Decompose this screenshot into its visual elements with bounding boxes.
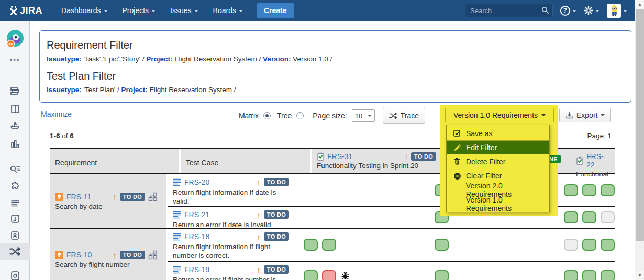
range-from: 1-6 [50,132,60,140]
priority-high-icon: ↑ [257,211,261,219]
scroll-down-arrow-icon[interactable]: ▼ [635,271,644,280]
requirement-cell: FRS-10↑TO DOSearch by flight number [50,229,168,280]
sidebar-item-traceability-icon[interactable] [0,243,30,260]
menu-item-label: Delete Filter [466,158,505,166]
plan-header-line: FRS-22 [576,152,615,169]
page-size-select[interactable]: 10 [352,109,375,122]
nav-item-issues[interactable]: Issues [163,0,205,21]
requirement-key-link[interactable]: FRS-10 [66,251,92,259]
summary-icon [10,198,20,208]
test-plan-key-link[interactable]: FRS-31 [327,152,352,161]
matrix-cell [558,229,615,261]
coverage-square-gray[interactable] [564,239,578,251]
hierarchy-icon[interactable] [148,192,158,201]
requirement-key-link[interactable]: FRS-11 [66,193,91,201]
nav-item-dashboards[interactable]: Dashboards [54,0,115,21]
coverage-square-green[interactable] [601,184,615,196]
coverage-square-green[interactable] [564,184,578,196]
sidebar-item-releases-icon[interactable] [0,117,30,134]
backlog-icon [9,86,20,97]
plan-header-line: FRS-31↑TO DO [317,152,442,161]
sidebar-more-button[interactable]: ••• [0,55,30,63]
scrollbar-thumb[interactable] [636,9,644,241]
coverage-square-green[interactable] [582,184,596,196]
menu-item-version-1-0-requirements[interactable]: Version 1.0 Requirements [447,197,549,211]
sidebar-item-reports-icon[interactable] [0,135,30,152]
sidebar-item-summary-icon[interactable] [0,195,30,211]
coverage-square-green[interactable] [564,211,578,223]
tree-radio[interactable] [296,112,304,119]
coverage-square-green[interactable] [582,270,596,280]
jira-logo[interactable]: JIRA [9,5,42,16]
coverage-square-gray[interactable] [601,211,615,223]
test-plan-key-link[interactable]: FRS-22 [586,152,608,169]
sidebar-item-contacts-icon[interactable] [0,227,30,244]
menu-item-clear-filter[interactable]: Clear Filter [447,169,549,183]
filter-dropdown-button[interactable]: Version 1.0 Requirements [445,108,554,122]
test-case-cell: FRS-19↑TO DOReturn an error if flight nu… [168,262,298,280]
test-case-key-link[interactable]: FRS-20 [184,178,209,186]
priority-high-icon: ↑ [257,233,261,241]
filter-criterion-label: Version: [263,55,291,63]
test-case-icon [173,178,181,186]
test-case-summary: Return an error if flight number is [173,275,293,280]
search-box [465,4,553,17]
coverage-square-green[interactable] [304,270,318,280]
coverage-square-green[interactable] [564,270,578,280]
requirement-type-icon [55,251,63,259]
testplan-icon [576,156,584,165]
test-case-key-link[interactable]: FRS-18 [184,232,209,241]
menu-item-edit-filter[interactable]: Edit Filter [447,140,549,154]
coverage-square-green[interactable] [582,211,596,223]
coverage-square-green[interactable] [322,239,336,251]
range-of: of [60,132,70,140]
matrix-label: Matrix [239,111,259,120]
vertical-scrollbar[interactable]: ▲ ▼ [635,0,644,280]
sidebar-item-bottom-partial-icon[interactable] [0,267,30,280]
page-size-label: Page size: [313,111,347,120]
coverage-square-green[interactable] [304,239,318,251]
admin-gear-button[interactable] [584,6,599,15]
project-avatar[interactable]: <> [6,29,25,49]
board-icon [10,104,20,114]
test-case-line: FRS-18↑TO DO [173,232,293,241]
trace-button[interactable]: Trace [383,108,425,124]
filter-title: Requirement Filter [47,39,624,51]
maximize-link[interactable]: Maximize [41,110,72,118]
nav-item-boards[interactable]: Boards [206,0,250,21]
plan-header-summary: Functionality Testing in Sprint 20 [317,162,442,170]
filter-title: Test Plan Filter [47,70,624,82]
matrix-toolbar: Matrix Tree Page size: 10 Trace [239,108,425,124]
sidebar-item-backlog-icon[interactable] [0,83,30,99]
nav-item-projects[interactable]: Projects [115,0,163,21]
test-case-key-link[interactable]: FRS-21 [184,210,209,219]
matrix-radio[interactable] [263,112,271,119]
create-button[interactable]: Create [257,3,294,18]
export-button[interactable]: Export [559,108,611,122]
sidebar-item-addons-icon[interactable] [0,178,30,195]
menu-item-save-as[interactable]: Save as [447,126,549,140]
project-sidebar: <> ••• [0,21,30,280]
coverage-square-red[interactable] [322,270,336,280]
avatar [607,4,621,18]
coverage-square-green[interactable] [601,239,615,251]
test-case-key-link[interactable]: FRS-19 [184,265,209,274]
help-button[interactable]: ? [560,6,576,16]
menu-item-delete-filter[interactable]: Delete Filter [447,154,549,169]
sidebar-item-board-icon[interactable] [0,100,30,117]
sidebar-item-search-issues-icon[interactable] [0,161,30,178]
search-input[interactable] [465,4,553,17]
reports-icon [10,138,20,149]
coverage-square-green[interactable] [601,270,615,280]
coverage-square-green[interactable] [582,239,596,251]
coverage-square-green[interactable] [435,239,449,251]
coverage-square-green[interactable] [435,270,449,280]
hierarchy-icon[interactable] [148,250,158,260]
menu-item-version-2-0-requirements[interactable]: Version 2.0 Requirements [447,183,549,197]
filter-criterion-label: Issuetype: [47,86,82,94]
user-avatar-button[interactable] [607,4,627,18]
sidebar-item-pages-icon[interactable] [0,210,30,227]
chevron-down-icon [239,10,243,12]
scroll-up-arrow-icon[interactable]: ▲ [635,0,644,9]
chevron-down-icon [595,10,599,12]
